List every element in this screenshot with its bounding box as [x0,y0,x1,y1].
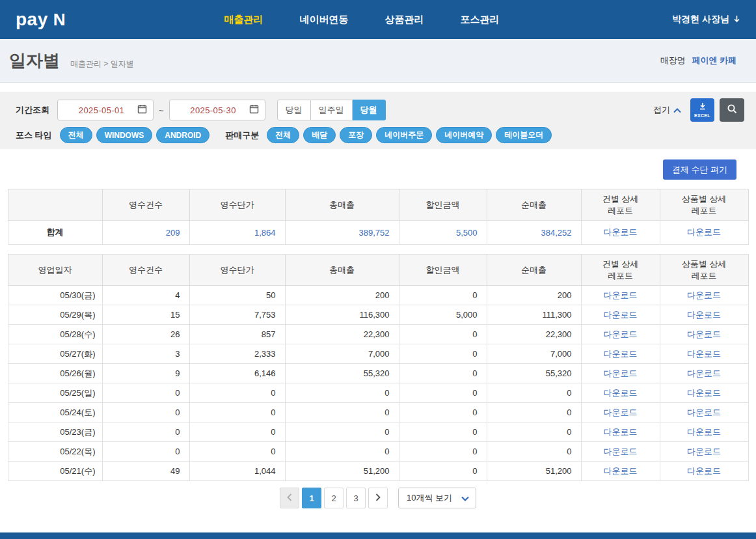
receipt-count-cell: 15 [102,305,189,325]
page-size-select[interactable]: 10개씩 보기 [398,488,476,508]
column-header-receipt-count: 영수건수 [102,255,189,286]
collapse-toggle[interactable]: 접기 [653,104,681,116]
period-label: 기간조회 [16,104,49,116]
receipt-report-download-link[interactable]: 다운로드 [604,368,638,378]
download-cell: 다운로드 [660,325,748,344]
product-report-download-link[interactable]: 다운로드 [687,447,721,456]
page-button-2[interactable]: 2 [324,488,344,508]
unit-price-cell: 0 [189,403,285,422]
next-page-button[interactable] [368,488,388,508]
business-date-cell: 05/25(일) [8,383,102,403]
sale-type-table-order-button[interactable]: 테이블오더 [496,127,552,143]
total-sales-cell: 51,200 [285,462,399,481]
pos-type-android-button[interactable]: ANDROID [156,127,209,143]
calendar-icon[interactable] [137,104,147,117]
calendar-icon[interactable] [249,104,259,117]
discount-cell: 5,000 [399,305,487,325]
product-report-download-link[interactable]: 다운로드 [687,290,721,300]
date-to-input[interactable]: 2025-05-30 [169,100,265,120]
excel-download-button[interactable]: EXCEL [690,98,714,122]
total-sales-cell: 55,320 [285,364,399,383]
sale-type-all-button[interactable]: 전체 [267,127,299,143]
daily-sales-table: 영업일자 영수건수 영수단가 총매출 할인금액 순매출 건별 상세 레포트 상품… [8,254,749,481]
date-from-input[interactable]: 2025-05-01 [57,100,154,120]
unit-price-cell: 0 [189,442,285,462]
product-report-download-link[interactable]: 다운로드 [687,427,721,437]
nav-item-sales[interactable]: 매출관리 [224,14,263,26]
today-button[interactable]: 당일 [277,100,311,120]
sale-type-takeout-button[interactable]: 포장 [340,127,372,143]
receipt-report-download-link[interactable]: 다운로드 [604,466,638,476]
unit-price-cell: 0 [189,422,285,442]
download-cell: 다운로드 [660,442,748,462]
nav-item-naver-link[interactable]: 네이버연동 [300,14,349,26]
total-sales-cell: 389,752 [285,221,399,245]
discount-cell: 0 [399,442,487,462]
total-unit-price-cell: 1,864 [189,221,285,245]
business-date-cell: 05/28(수) [8,325,102,344]
discount-cell: 0 [399,364,487,383]
download-cell: 다운로드 [581,442,660,462]
page-button-1[interactable]: 1 [302,488,321,508]
receipt-report-download-link[interactable]: 다운로드 [604,427,638,437]
week-button[interactable]: 일주일 [311,100,353,120]
table-row: 05/28(수)2685722,300022,300다운로드다운로드 [8,325,748,344]
breadcrumb: 매출관리 > 일자별 [70,59,134,70]
column-header-total-sales: 총매출 [285,255,399,286]
column-header-unit-price: 영수단가 [189,189,285,221]
download-cell: 다운로드 [581,364,660,383]
unit-price-cell: 2,333 [189,344,285,364]
download-cell: 다운로드 [660,305,748,325]
total-sales-cell: 0 [285,403,399,422]
summary-row: 합계 209 1,864 389,752 5,500 384,252 다운로드 … [8,221,748,245]
product-report-download-link[interactable]: 다운로드 [687,368,721,378]
sale-type-label: 판매구분 [225,130,259,141]
unit-price-cell: 1,044 [189,462,285,481]
excel-label: EXCEL [694,113,710,118]
user-menu[interactable]: 박경현 사장님 [672,14,740,25]
column-header-product-report: 상품별 상세 레포트 [660,255,748,286]
receipt-report-download-link[interactable]: 다운로드 [604,310,638,320]
app-logo[interactable]: pay N [16,9,66,30]
product-report-download-link[interactable]: 다운로드 [687,310,721,320]
total-sales-cell: 0 [285,383,399,403]
download-icon [699,102,707,112]
product-report-download-link[interactable]: 다운로드 [687,388,721,398]
product-report-download-link[interactable]: 다운로드 [687,329,721,339]
page-button-3[interactable]: 3 [346,488,366,508]
receipt-report-download-link[interactable]: 다운로드 [604,408,638,417]
product-report-download-link[interactable]: 다운로드 [687,408,721,417]
sale-type-naver-reservation-button[interactable]: 네이버예약 [436,127,492,143]
store-name-link[interactable]: 페이엔 카페 [692,55,736,65]
date-to-value: 2025-05-30 [178,105,249,115]
receipt-report-download-link[interactable]: 다운로드 [604,290,638,300]
download-cell: 다운로드 [660,383,748,403]
total-sales-cell: 116,300 [285,305,399,325]
pos-type-windows-button[interactable]: WINDOWS [96,127,153,143]
collapse-label: 접기 [653,104,670,116]
month-button[interactable]: 당월 [353,100,386,120]
search-button[interactable] [720,98,744,122]
unit-price-cell: 7,753 [189,305,285,325]
prev-page-button[interactable] [280,488,299,508]
payment-method-expand-button[interactable]: 결제 수단 펴기 [663,159,736,180]
receipt-count-cell: 0 [102,403,189,422]
discount-cell: 0 [399,286,487,305]
summary-product-report-download-link[interactable]: 다운로드 [687,227,721,237]
sale-type-delivery-button[interactable]: 배달 [303,127,336,143]
net-sales-cell: 55,320 [487,364,581,383]
net-sales-cell: 51,200 [487,462,581,481]
sale-type-naver-order-button[interactable]: 네이버주문 [376,127,432,143]
pos-type-all-button[interactable]: 전체 [60,127,92,143]
nav-item-products[interactable]: 상품관리 [385,14,424,26]
receipt-report-download-link[interactable]: 다운로드 [604,388,638,398]
receipt-report-download-link[interactable]: 다운로드 [604,349,638,359]
receipt-report-download-link[interactable]: 다운로드 [604,329,638,339]
receipt-report-download-link[interactable]: 다운로드 [604,447,638,456]
logo-pay-text: pay [16,9,48,30]
product-report-download-link[interactable]: 다운로드 [687,349,721,359]
nav-item-pos[interactable]: 포스관리 [461,14,500,26]
summary-receipt-report-download-link[interactable]: 다운로드 [604,227,638,237]
column-header-total-sales: 총매출 [285,189,399,221]
product-report-download-link[interactable]: 다운로드 [687,466,721,476]
